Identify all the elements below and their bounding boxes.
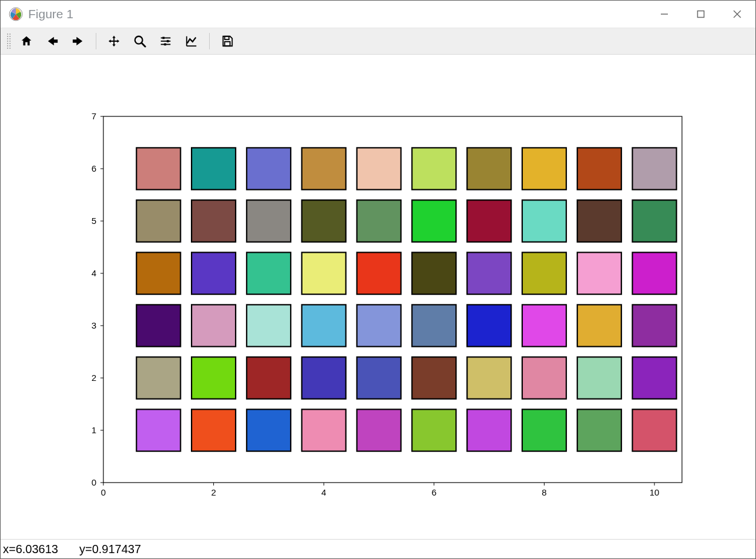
maximize-button[interactable] [683, 1, 719, 28]
color-swatch [467, 304, 511, 346]
app-icon [9, 7, 23, 21]
color-swatch [522, 148, 566, 189]
x-tick-label: 8 [542, 487, 546, 497]
color-swatch [577, 409, 621, 451]
status-y: y=0.917437 [79, 543, 141, 556]
titlebar: Figure 1 [1, 1, 755, 28]
color-swatch [191, 409, 236, 451]
color-swatch [577, 357, 621, 399]
color-swatch [633, 252, 677, 294]
color-swatch [302, 409, 346, 451]
color-swatch [467, 148, 511, 189]
color-swatch [522, 200, 566, 242]
color-swatch [302, 252, 346, 294]
axes-button[interactable] [179, 28, 204, 54]
svg-line-6 [142, 43, 145, 46]
color-swatch [522, 409, 566, 451]
color-swatch [412, 409, 456, 451]
color-swatch [633, 148, 677, 189]
color-swatch [467, 200, 511, 242]
color-swatch [357, 409, 401, 451]
color-swatch [577, 148, 621, 189]
color-swatch [136, 200, 180, 242]
color-swatch [191, 304, 236, 346]
svg-rect-11 [167, 40, 169, 42]
color-swatch [357, 148, 401, 189]
color-swatch [302, 357, 346, 399]
toolbar-separator [209, 33, 210, 49]
color-swatch [467, 252, 511, 294]
svg-rect-2 [698, 11, 704, 18]
color-swatch [247, 304, 291, 346]
color-swatch [136, 409, 180, 451]
close-button[interactable] [719, 1, 755, 28]
color-swatch [633, 357, 677, 399]
pan-button[interactable] [101, 28, 127, 54]
color-swatch [191, 357, 236, 399]
svg-rect-13 [224, 36, 229, 40]
color-swatch [633, 200, 677, 242]
svg-rect-12 [164, 43, 166, 46]
color-swatch [302, 200, 346, 242]
color-swatch [412, 200, 456, 242]
statusbar: x=6.03613 y=0.917437 [1, 539, 755, 558]
color-swatch [577, 252, 621, 294]
color-swatch [522, 252, 566, 294]
toolbar [1, 28, 755, 55]
y-tick-label: 2 [92, 373, 96, 383]
color-swatch [247, 148, 291, 189]
color-swatch [467, 357, 511, 399]
plot-canvas[interactable]: 024681001234567 [1, 55, 755, 539]
color-swatch [357, 304, 401, 346]
svg-rect-10 [163, 37, 165, 39]
color-swatch [136, 304, 180, 346]
color-swatch [522, 304, 566, 346]
color-swatch [412, 252, 456, 294]
y-tick-label: 5 [92, 216, 96, 226]
color-swatch [357, 357, 401, 399]
y-tick-label: 0 [92, 477, 96, 487]
svg-rect-14 [224, 42, 230, 46]
color-swatch [136, 357, 180, 399]
color-swatch [357, 252, 401, 294]
color-swatch [357, 200, 401, 242]
color-swatch [191, 148, 236, 189]
window-title: Figure 1 [28, 7, 73, 21]
color-swatch [522, 357, 566, 399]
color-swatch [136, 252, 180, 294]
x-tick-label: 0 [101, 487, 106, 497]
toolbar-grip [6, 33, 11, 49]
color-swatch [247, 409, 291, 451]
color-swatch [577, 200, 621, 242]
zoom-button[interactable] [127, 28, 153, 54]
color-swatch [302, 304, 346, 346]
toolbar-separator [96, 33, 96, 49]
y-tick-label: 6 [92, 163, 96, 173]
color-swatch [302, 148, 346, 189]
x-tick-label: 10 [650, 487, 660, 497]
y-tick-label: 4 [92, 268, 96, 278]
home-button[interactable] [14, 28, 39, 54]
color-swatch [136, 148, 180, 189]
y-tick-label: 7 [92, 111, 96, 121]
color-swatch [633, 409, 677, 451]
y-tick-label: 3 [92, 320, 96, 330]
minimize-button[interactable] [646, 1, 683, 28]
color-swatch [191, 200, 236, 242]
y-tick-label: 1 [92, 425, 96, 435]
color-swatch [247, 252, 291, 294]
color-swatch [247, 200, 291, 242]
save-button[interactable] [214, 28, 240, 54]
status-x: x=6.03613 [3, 543, 58, 556]
color-swatch [467, 409, 511, 451]
back-button[interactable] [39, 28, 65, 54]
color-swatch [412, 357, 456, 399]
forward-button[interactable] [65, 28, 91, 54]
color-swatch [191, 252, 236, 294]
x-tick-label: 2 [211, 487, 216, 497]
figure-window: Figure 1 [0, 0, 756, 559]
x-tick-label: 4 [321, 487, 326, 497]
color-swatch [633, 304, 677, 346]
color-swatch [577, 304, 621, 346]
subplots-button[interactable] [153, 28, 179, 54]
